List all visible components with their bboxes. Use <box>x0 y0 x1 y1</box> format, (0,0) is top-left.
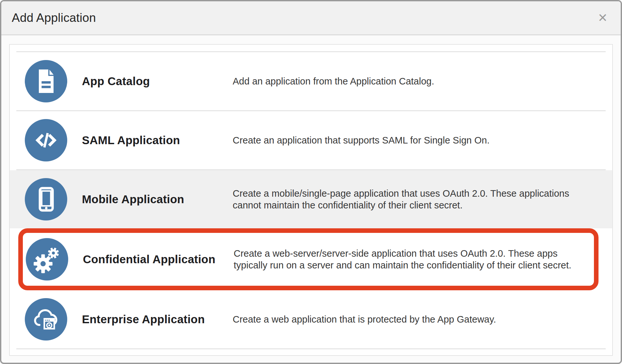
document-icon <box>25 60 67 102</box>
bottom-spacer <box>16 349 606 357</box>
code-icon <box>25 119 67 161</box>
option-description: Create an application that supports SAML… <box>233 134 490 146</box>
modal-title: Add Application <box>12 11 96 25</box>
option-enterprise-application[interactable]: Enterprise Application Create a web appl… <box>16 290 606 348</box>
close-icon[interactable]: ✕ <box>598 12 608 24</box>
option-confidential-application[interactable]: Confidential Application Create a web-se… <box>18 228 599 290</box>
option-label: App Catalog <box>82 75 233 88</box>
option-description: Add an application from the Application … <box>233 75 434 87</box>
gears-icon <box>26 238 68 281</box>
option-mobile-application[interactable]: Mobile Application Create a mobile/singl… <box>10 170 612 228</box>
option-label: Enterprise Application <box>82 313 233 326</box>
option-app-catalog[interactable]: App Catalog Add an application from the … <box>16 52 606 111</box>
add-application-modal: Add Application ✕ App Catalog Add an app… <box>0 0 622 364</box>
option-description: Create a web-server/server-side applicat… <box>234 248 593 271</box>
application-type-list: App Catalog Add an application from the … <box>9 44 613 356</box>
option-label: Mobile Application <box>82 193 233 206</box>
mobile-icon <box>25 178 67 220</box>
modal-header: Add Application ✕ <box>1 1 621 35</box>
option-description: Create a web application that is protect… <box>233 313 496 325</box>
cloud-app-icon <box>25 298 67 341</box>
option-label: SAML Application <box>82 134 233 147</box>
option-description: Create a mobile/single-page application … <box>233 188 592 211</box>
option-label: Confidential Application <box>83 253 234 266</box>
option-saml-application[interactable]: SAML Application Create an application t… <box>16 111 606 170</box>
